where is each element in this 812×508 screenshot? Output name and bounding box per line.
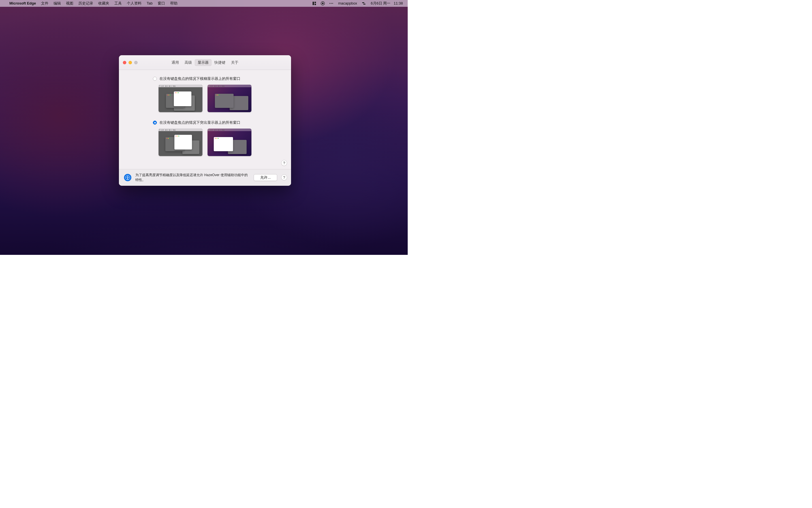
preview-blur-dark[interactable]: 文件 显示 窗口 帮助: [159, 85, 203, 112]
svg-point-6: [331, 3, 332, 4]
svg-point-11: [127, 176, 128, 177]
tab-display[interactable]: 显示器: [195, 59, 212, 66]
svg-rect-1: [314, 2, 316, 3]
content-area: 在没有键盘焦点的情况下模糊显示器上的所有窗口 文件 显示 窗口 帮助 文件: [119, 70, 291, 169]
close-button[interactable]: [123, 61, 126, 64]
preferences-window: 通用 高级 显示器 快捷键 关于 在没有键盘焦点的情况下模糊显示器上的所有窗口 …: [119, 55, 291, 186]
option-highlight-label: 在没有键盘焦点的情况下突出显示器上的所有窗口: [159, 120, 240, 125]
status-time[interactable]: 11:38: [393, 0, 405, 7]
menu-edit[interactable]: 编辑: [51, 0, 63, 7]
preview-highlight-dark[interactable]: 文件 显示 窗口 帮助: [159, 129, 203, 156]
footer: 为了提高亮度调节精确度以及降低延迟请允许 HazeOver 使用辅助功能中的特性…: [119, 169, 291, 186]
traffic-lights: [123, 61, 138, 64]
accessibility-icon: [124, 174, 131, 181]
status-more-icon[interactable]: [327, 1, 336, 6]
zoom-button[interactable]: [134, 61, 138, 64]
control-center-icon[interactable]: [359, 1, 368, 6]
svg-rect-9: [363, 4, 366, 4]
status-user[interactable]: macappbox: [336, 0, 359, 7]
menu-file[interactable]: 文件: [39, 0, 51, 7]
tab-segmented-control: 通用 高级 显示器 快捷键 关于: [169, 59, 241, 66]
svg-point-7: [332, 3, 333, 4]
tab-advanced[interactable]: 高级: [182, 59, 195, 66]
radio-blur[interactable]: [153, 77, 157, 81]
menu-help[interactable]: 帮助: [168, 0, 180, 7]
previews-blur: 文件 显示 窗口 帮助 文件 显示 窗口 帮助: [159, 85, 279, 112]
menu-tab[interactable]: Tab: [144, 0, 155, 7]
svg-point-5: [330, 3, 330, 4]
radio-highlight[interactable]: [153, 121, 157, 125]
tab-shortcuts[interactable]: 快捷键: [212, 59, 228, 66]
svg-rect-2: [314, 4, 316, 5]
titlebar[interactable]: 通用 高级 显示器 快捷键 关于: [119, 55, 291, 70]
menu-tools[interactable]: 工具: [112, 0, 124, 7]
tab-general[interactable]: 通用: [169, 59, 182, 66]
preview-highlight-color[interactable]: 文件 显示 窗口 帮助: [208, 129, 251, 156]
menu-bar: Microsoft Edge 文件 编辑 视图 历史记录 收藏夹 工具 个人资料…: [0, 0, 408, 7]
app-menu[interactable]: Microsoft Edge: [7, 0, 39, 7]
option-blur-row[interactable]: 在没有键盘焦点的情况下模糊显示器上的所有窗口: [153, 76, 279, 81]
svg-point-4: [322, 3, 324, 4]
svg-rect-8: [362, 2, 365, 3]
svg-rect-0: [312, 2, 314, 5]
footer-help-button[interactable]: ?: [281, 174, 287, 180]
menu-favorites[interactable]: 收藏夹: [96, 0, 112, 7]
tab-about[interactable]: 关于: [228, 59, 241, 66]
help-button[interactable]: ?: [281, 160, 287, 166]
status-date[interactable]: 6月6日 周一: [368, 0, 393, 7]
menu-window[interactable]: 窗口: [155, 0, 168, 7]
preview-blur-color[interactable]: 文件 显示 窗口 帮助: [208, 85, 251, 112]
menu-history[interactable]: 历史记录: [76, 0, 96, 7]
menu-view[interactable]: 视图: [63, 0, 76, 7]
status-app-icon[interactable]: [310, 1, 318, 6]
minimize-button[interactable]: [129, 61, 132, 64]
status-hazeover-icon[interactable]: [318, 1, 327, 6]
menu-profiles[interactable]: 个人资料: [124, 0, 144, 7]
previews-highlight: 文件 显示 窗口 帮助 文件 显示 窗口 帮助: [159, 129, 279, 156]
allow-button[interactable]: 允许...: [254, 174, 277, 181]
option-highlight-row[interactable]: 在没有键盘焦点的情况下突出显示器上的所有窗口: [153, 120, 279, 125]
option-blur-label: 在没有键盘焦点的情况下模糊显示器上的所有窗口: [159, 76, 240, 81]
footer-text: 为了提高亮度调节精确度以及降低延迟请允许 HazeOver 使用辅助功能中的特性…: [135, 173, 250, 182]
